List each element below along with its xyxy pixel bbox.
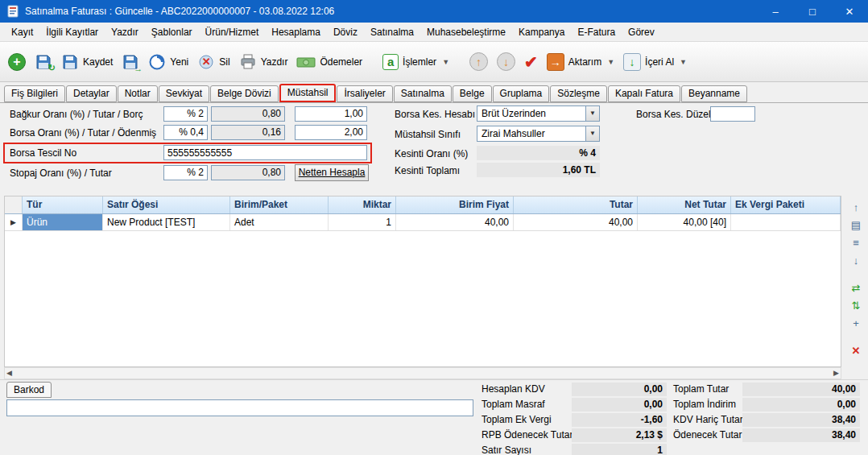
cell-ek-vergi-paketi[interactable] <box>731 214 841 230</box>
col-header-satir-ogesi[interactable]: Satır Öğesi <box>103 196 230 213</box>
down-arrow-icon: ↓ <box>497 52 515 71</box>
approve-button[interactable]: ✔ <box>524 52 538 72</box>
new-record-button[interactable]: + <box>8 53 26 71</box>
tab-beyanname[interactable]: Beyanname <box>681 85 747 102</box>
save-refresh-button[interactable]: ↻ <box>35 53 52 71</box>
summary-label: Toplam Tutar <box>673 383 729 396</box>
col-header-birim-fiyat[interactable]: Birim Fiyat <box>396 196 514 213</box>
borsa-orani-label: Borsa Oranı (%) / Tutar / Ödenmiş <box>10 126 156 141</box>
menu-item-e-fatura[interactable]: E-Fatura <box>571 24 622 40</box>
new-button-label: Yeni <box>170 56 188 68</box>
tab-belge-dovizi[interactable]: Belge Dövizi <box>210 85 279 102</box>
summary-label: Toplam İndirim <box>673 398 736 412</box>
close-icon[interactable]: ✕ <box>831 0 868 23</box>
menu-item-satinalma[interactable]: Satınalma <box>364 24 420 40</box>
borsa-kes-duzeltme-input[interactable] <box>710 106 755 122</box>
bagkur-borc-field[interactable]: 1,00 <box>295 106 367 122</box>
save-button[interactable]: Kaydet <box>61 53 113 71</box>
tab-kapali-fatura[interactable]: Kapalı Fatura <box>608 85 680 102</box>
barkod-tab[interactable]: Barkod <box>6 382 52 398</box>
next-record-button[interactable]: ↓ <box>497 52 515 71</box>
a-icon: a <box>382 54 399 70</box>
menu-item-yazdir[interactable]: Yazdır <box>105 24 145 40</box>
kesinti-orani-label: Kesinti Oranı (%) <box>395 147 468 162</box>
insert-row-icon[interactable]: ⇄ <box>847 279 865 296</box>
refresh-badge-icon: ↻ <box>48 63 56 73</box>
scroll-left-icon[interactable]: ◀ <box>6 368 12 378</box>
barkod-input[interactable] <box>6 399 473 416</box>
menu-item-kayit[interactable]: Kayıt <box>5 24 39 40</box>
chevron-down-icon: ▼ <box>585 126 599 141</box>
cell-miktar[interactable]: 1 <box>329 214 396 230</box>
summary-value: 0,00 <box>572 383 667 396</box>
add-row-icon[interactable]: + <box>847 315 865 331</box>
col-header-tur[interactable]: Tür <box>23 196 103 213</box>
borsa-kes-hesabi-select[interactable]: Brüt Üzerinden▼ <box>477 105 600 122</box>
stopaj-oran-field[interactable]: % 2 <box>163 165 208 180</box>
delete-row-icon[interactable]: ✕ <box>847 342 865 358</box>
tab-detaylar[interactable]: Detaylar <box>66 85 117 102</box>
menu-item-doviz[interactable]: Döviz <box>327 24 364 40</box>
delete-icon: ✕ <box>197 53 215 71</box>
kesinti-orani-value: % 4 <box>477 146 600 160</box>
menu-item-hesaplama[interactable]: Hesaplama <box>265 24 327 40</box>
netten-hesapla-button[interactable]: Netten Hesapla <box>295 164 369 181</box>
cell-tutar[interactable]: 40,00 <box>514 214 638 230</box>
tab-notlar[interactable]: Notlar <box>118 85 158 102</box>
cell-birim-fiyat[interactable]: 40,00 <box>396 214 514 230</box>
minimize-icon[interactable]: – <box>757 0 794 23</box>
cell-satir-ogesi[interactable]: New Product [TEST] <box>103 214 230 230</box>
bagkur-label: Bağkur Oranı (%) / Tutar / Borç <box>10 107 143 122</box>
borsa-tescil-input[interactable] <box>163 145 367 160</box>
previous-record-button[interactable]: ↑ <box>469 52 488 71</box>
tab-fis-bilgileri[interactable]: Fiş Bilgileri <box>4 85 65 102</box>
menu-item-sablonlar[interactable]: Şablonlar <box>145 24 199 40</box>
horizontal-scrollbar[interactable]: ◀ ▶ <box>4 367 841 379</box>
scroll-right-icon[interactable]: ▶ <box>833 368 839 378</box>
bagkur-oran-field[interactable]: % 2 <box>163 106 208 122</box>
tab-sozlesme[interactable]: Sözleşme <box>550 85 607 102</box>
save-next-button[interactable]: → <box>122 53 139 71</box>
table-row[interactable]: ▶ Ürün New Product [TEST] Adet 1 40,00 4… <box>5 214 841 231</box>
tab-satinalma[interactable]: Satınalma <box>394 85 452 102</box>
cell-tur[interactable]: Ürün <box>23 214 103 230</box>
menu-item-gorev[interactable]: Görev <box>622 24 661 40</box>
new-button[interactable]: Yeni <box>148 53 188 71</box>
export-button[interactable]: → Aktarım ▼ <box>547 53 614 71</box>
menu-item-ilgili-kayitlar[interactable]: İlgili Kayıtlar <box>39 24 105 40</box>
borsa-kes-hesabi-value: Brüt Üzerinden <box>482 108 546 119</box>
payments-button[interactable]: Ödemeler <box>296 54 362 70</box>
col-header-tutar[interactable]: Tutar <box>514 196 638 213</box>
col-header-ek-vergi-paketi[interactable]: Ek Vergi Paketi <box>731 196 841 213</box>
operations-button[interactable]: a İşlemler ▼ <box>382 54 449 70</box>
layout-icon[interactable]: ▤ <box>847 217 865 233</box>
save-next-icon: → <box>122 53 139 71</box>
columns-icon[interactable]: ≡ <box>847 234 865 250</box>
menu-item-urun-hizmet[interactable]: Ürün/Hizmet <box>199 24 266 40</box>
cell-net-tutar[interactable]: 40,00 [40] <box>638 214 731 230</box>
borsa-odenmis-field[interactable]: 2,00 <box>295 125 367 140</box>
import-button[interactable]: ↓ İçeri Al ▼ <box>623 53 687 71</box>
menu-item-kampanya[interactable]: Kampanya <box>512 24 571 40</box>
borsa-oran-field[interactable]: % 0,4 <box>163 125 208 140</box>
menu-item-muhasebelestirme[interactable]: Muhasebeleştirme <box>420 24 512 40</box>
print-button[interactable]: Yazdır <box>239 53 288 71</box>
tab-mustahsil[interactable]: Müstahsil <box>279 84 337 102</box>
mustahsil-sinifi-select[interactable]: Zirai Mahsuller▼ <box>477 126 600 142</box>
grid-tool-strip: ↑ ▤ ≡ ↓ ⇄ ⇅ + ✕ <box>844 196 868 367</box>
tab-belge[interactable]: Belge <box>453 85 492 102</box>
copy-row-icon[interactable]: ⇅ <box>847 297 865 313</box>
scroll-top-icon[interactable]: ↑ <box>847 199 865 215</box>
tab-irsaliyeler[interactable]: İrsaliyeler <box>337 85 392 102</box>
col-header-net-tutar[interactable]: Net Tutar <box>638 196 731 213</box>
tab-gruplama[interactable]: Gruplama <box>493 85 550 102</box>
col-header-miktar[interactable]: Miktar <box>329 196 396 213</box>
cell-birim-paket[interactable]: Adet <box>230 214 329 230</box>
payments-button-label: Ödemeler <box>320 56 362 68</box>
export-button-label: Aktarım <box>568 56 601 68</box>
scroll-bottom-icon[interactable]: ↓ <box>847 252 865 268</box>
col-header-birim-paket[interactable]: Birim/Paket <box>230 196 329 213</box>
maximize-icon[interactable]: □ <box>794 0 831 23</box>
tab-sevkiyat[interactable]: Sevkiyat <box>159 85 209 102</box>
delete-button[interactable]: ✕ Sil <box>197 53 229 71</box>
